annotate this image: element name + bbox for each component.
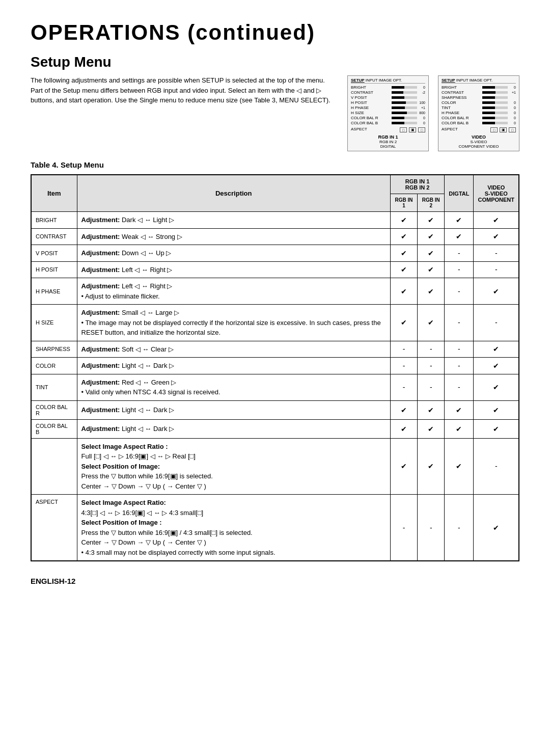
item-description: Adjustment: Small ◁ ↔ Large ▷ • The imag… xyxy=(77,305,390,341)
table-row: H POSIT Adjustment: Left ◁ ↔ Right ▷ ✔ ✔… xyxy=(31,261,519,278)
col-header-video: VIDEOS-VIDEOCOMPONENT xyxy=(474,175,519,212)
check-video: ✔ xyxy=(474,495,519,561)
col-header-rgb: RGB IN 1RGB IN 2 xyxy=(390,175,444,194)
item-label: COLOR BAL R xyxy=(31,400,77,419)
check-rgb1: ✔ xyxy=(390,245,417,262)
dash-rgb1: - xyxy=(390,495,417,561)
page-footer: ENGLISH-12 xyxy=(31,577,519,585)
item-label: ASPECT xyxy=(31,495,77,561)
check-rgb1: ✔ xyxy=(390,400,417,419)
table-row: COLOR BAL B Adjustment: Light ◁ ↔ Dark ▷… xyxy=(31,419,519,438)
check-rgb1: ✔ xyxy=(390,278,417,305)
item-description: Adjustment: Dark ◁ ↔ Light ▷ xyxy=(77,212,390,229)
check-digtal: ✔ xyxy=(445,400,474,419)
table-row: COLOR Adjustment: Light ◁ ↔ Dark ▷ - - -… xyxy=(31,358,519,374)
dash-digtal: - xyxy=(445,245,474,262)
check-rgb2: ✔ xyxy=(418,228,445,245)
table-row: V POSIT Adjustment: Down ◁ ↔ Up ▷ ✔ ✔ - … xyxy=(31,245,519,262)
item-description: Adjustment: Down ◁ ↔ Up ▷ xyxy=(77,245,390,262)
item-label: H POSIT xyxy=(31,261,77,278)
dash-video: - xyxy=(474,305,519,341)
dash-rgb1: - xyxy=(390,374,417,400)
dash-rgb2: - xyxy=(418,358,445,374)
page-title: OPERATIONS (continued) xyxy=(31,20,519,45)
check-video: ✔ xyxy=(474,212,519,229)
table-row: CONTRAST Adjustment: Weak ◁ ↔ Strong ▷ ✔… xyxy=(31,228,519,245)
item-description: Adjustment: Red ◁ ↔ Green ▷ • Valid only… xyxy=(77,374,390,400)
dash-digtal: - xyxy=(445,278,474,305)
item-description: Select Image Aspect Ratio: 4:3[□] ◁ ↔ ▷ … xyxy=(77,495,390,561)
check-video: ✔ xyxy=(474,419,519,438)
item-label: COLOR BAL B xyxy=(31,419,77,438)
item-label: TINT xyxy=(31,374,77,400)
dash-digtal: - xyxy=(445,261,474,278)
item-label xyxy=(31,438,77,495)
check-rgb1: ✔ xyxy=(390,438,417,495)
check-rgb2: ✔ xyxy=(418,419,445,438)
dash-rgb1: - xyxy=(390,341,417,358)
check-rgb2: ✔ xyxy=(418,278,445,305)
setup-table: Item Description RGB IN 1RGB IN 2 DIGTAL… xyxy=(31,174,519,561)
check-rgb1: ✔ xyxy=(390,419,417,438)
item-description: Select Image Aspect Ratio : Full [□] ◁ ↔… xyxy=(77,438,390,495)
dash-digtal: - xyxy=(445,341,474,358)
item-description: Adjustment: Light ◁ ↔ Dark ▷ xyxy=(77,419,390,438)
dash-rgb2: - xyxy=(418,374,445,400)
item-label: COLOR xyxy=(31,358,77,374)
check-rgb2: ✔ xyxy=(418,212,445,229)
col-subheader-rgb1: RGB IN 1 xyxy=(390,194,417,212)
table-row: H PHASE Adjustment: Left ◁ ↔ Right ▷ • A… xyxy=(31,278,519,305)
item-description: Adjustment: Light ◁ ↔ Dark ▷ xyxy=(77,400,390,419)
check-digtal: ✔ xyxy=(445,419,474,438)
check-video: ✔ xyxy=(474,341,519,358)
check-video: ✔ xyxy=(474,374,519,400)
check-video: ✔ xyxy=(474,400,519,419)
check-rgb1: ✔ xyxy=(390,228,417,245)
check-digtal: ✔ xyxy=(445,212,474,229)
table-row: Select Image Aspect Ratio : Full [□] ◁ ↔… xyxy=(31,438,519,495)
table-row: TINT Adjustment: Red ◁ ↔ Green ▷ • Valid… xyxy=(31,374,519,400)
menu-screenshots: SETUP INPUT IMAGE OPT. BRIGHT0 CONTRAST-… xyxy=(347,75,519,151)
video-screenshot: SETUP INPUT IMAGE OPT. BRIGHT0 CONTRAST+… xyxy=(438,75,519,151)
col-subheader-rgb2: RGB IN 2 xyxy=(418,194,445,212)
check-rgb1: ✔ xyxy=(390,305,417,341)
dash-rgb1: - xyxy=(390,358,417,374)
item-label: BRIGHT xyxy=(31,212,77,229)
check-rgb1: ✔ xyxy=(390,261,417,278)
dash-rgb2: - xyxy=(418,495,445,561)
item-description: Adjustment: Light ◁ ↔ Dark ▷ xyxy=(77,358,390,374)
table-row: COLOR BAL R Adjustment: Light ◁ ↔ Dark ▷… xyxy=(31,400,519,419)
item-label: CONTRAST xyxy=(31,228,77,245)
table-row: SHARPNESS Adjustment: Soft ◁ ↔ Clear ▷ -… xyxy=(31,341,519,358)
item-description: Adjustment: Soft ◁ ↔ Clear ▷ xyxy=(77,341,390,358)
col-header-description: Description xyxy=(77,175,390,212)
col-header-digtal: DIGTAL xyxy=(445,175,474,212)
dash-video: - xyxy=(474,261,519,278)
dash-digtal: - xyxy=(445,305,474,341)
dash-video: - xyxy=(474,438,519,495)
check-digtal: ✔ xyxy=(445,438,474,495)
check-rgb2: ✔ xyxy=(418,261,445,278)
table-label: Table 4. Setup Menu xyxy=(31,160,519,169)
setup-intro-text: The following adjustments and settings a… xyxy=(31,75,332,105)
col-header-item: Item xyxy=(31,175,77,212)
dash-digtal: - xyxy=(445,358,474,374)
table-row: H SIZE Adjustment: Small ◁ ↔ Large ▷ • T… xyxy=(31,305,519,341)
check-video: ✔ xyxy=(474,278,519,305)
check-rgb2: ✔ xyxy=(418,245,445,262)
section-title: Setup Menu xyxy=(31,54,519,70)
item-description: Adjustment: Left ◁ ↔ Right ▷ • Adjust to… xyxy=(77,278,390,305)
rgb-screenshot: SETUP INPUT IMAGE OPT. BRIGHT0 CONTRAST-… xyxy=(347,75,429,151)
check-digtal: ✔ xyxy=(445,228,474,245)
check-video: ✔ xyxy=(474,228,519,245)
dash-digtal: - xyxy=(445,495,474,561)
item-description: Adjustment: Weak ◁ ↔ Strong ▷ xyxy=(77,228,390,245)
dash-digtal: - xyxy=(445,374,474,400)
check-rgb1: ✔ xyxy=(390,212,417,229)
dash-rgb2: - xyxy=(418,341,445,358)
item-label: H SIZE xyxy=(31,305,77,341)
item-label: SHARPNESS xyxy=(31,341,77,358)
item-description: Adjustment: Left ◁ ↔ Right ▷ xyxy=(77,261,390,278)
table-row: BRIGHT Adjustment: Dark ◁ ↔ Light ▷ ✔ ✔ … xyxy=(31,212,519,229)
check-rgb2: ✔ xyxy=(418,305,445,341)
